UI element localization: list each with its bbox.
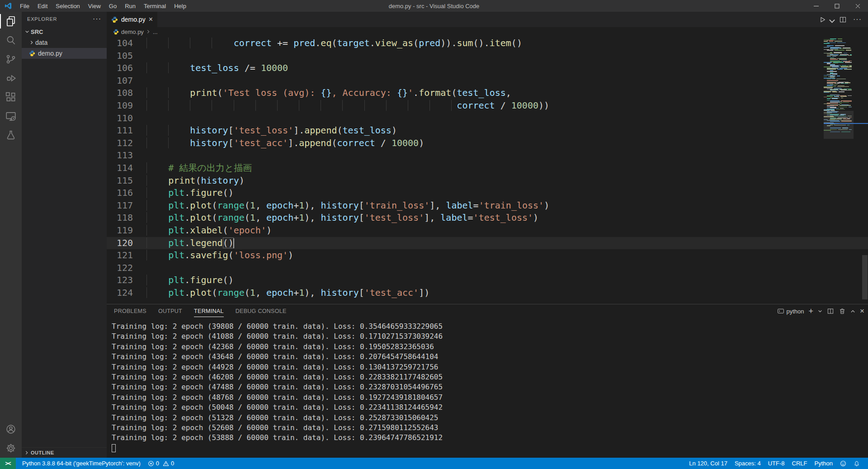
remote-indicator[interactable]: >< — [0, 458, 16, 469]
code-line-112[interactable]: 112 history['test_acc'].append(correct /… — [107, 137, 868, 150]
code-line-118[interactable]: 118 plt.plot(range(1, epoch+1), history[… — [107, 212, 868, 224]
activity-search-icon[interactable] — [0, 31, 22, 50]
shell-picker[interactable]: python — [777, 308, 804, 315]
split-editor-button[interactable] — [839, 16, 847, 24]
terminal-line: Training log: 2 epoch (51328 / 60000 tra… — [112, 413, 868, 423]
code-line-109[interactable]: 109 correct / 10000)) — [107, 99, 868, 112]
maximize-button[interactable] — [826, 0, 847, 12]
tab-demo-py[interactable]: demo.py × — [107, 12, 157, 27]
panel-tab-output[interactable]: OUTPUT — [158, 304, 182, 318]
breadcrumb-symbol[interactable]: ... — [153, 28, 158, 35]
menu-item-selection[interactable]: Selection — [52, 0, 84, 12]
code-line-113[interactable]: 113 — [107, 149, 868, 162]
run-python-file-button[interactable] — [819, 16, 826, 24]
notifications-bell-icon[interactable] — [850, 458, 863, 469]
code-line-110[interactable]: 110 — [107, 112, 868, 125]
outline-section[interactable]: OUTLINE — [22, 447, 107, 458]
status-spaces-4[interactable]: Spaces: 4 — [731, 458, 764, 469]
breadcrumb-file[interactable]: demo.py — [121, 28, 144, 35]
activity-remote-explorer-icon[interactable] — [0, 107, 22, 126]
editor-scrollbar[interactable] — [862, 36, 868, 304]
close-window-button[interactable] — [847, 0, 868, 12]
tab-strip: demo.py × ··· — [107, 12, 868, 27]
status-utf-8[interactable]: UTF-8 — [764, 458, 788, 469]
line-number: 124 — [107, 287, 146, 299]
code-line-106[interactable]: 106 test_loss /= 10000 — [107, 62, 868, 75]
code-line-107[interactable]: 107 — [107, 75, 868, 87]
menu-item-view[interactable]: View — [84, 0, 105, 12]
line-number: 122 — [107, 262, 146, 275]
menu-item-terminal[interactable]: Terminal — [140, 0, 170, 12]
code-line-119[interactable]: 119 plt.xlabel('epoch') — [107, 224, 868, 237]
python-interpreter-status[interactable]: Python 3.8.8 64-bit ('geekTimePytorch': … — [16, 458, 144, 469]
code-line-123[interactable]: 123 plt.figure() — [107, 274, 868, 287]
menu-item-edit[interactable]: Edit — [33, 0, 52, 12]
minimap[interactable] — [824, 36, 854, 304]
panel-tab-problems[interactable]: PROBLEMS — [114, 304, 146, 318]
code-line-115[interactable]: 115 print(history) — [107, 175, 868, 187]
line-number: 105 — [107, 50, 146, 62]
line-number: 118 — [107, 212, 146, 224]
menu-item-run[interactable]: Run — [121, 0, 140, 12]
new-terminal-button[interactable]: + — [809, 307, 814, 316]
minimap-slider[interactable] — [824, 111, 854, 139]
vscode-logo-icon — [4, 2, 12, 10]
sidebar-title: EXPLORER — [27, 16, 57, 22]
code-line-122[interactable]: 122 — [107, 262, 868, 275]
code-line-120[interactable]: 120 plt.legend() — [107, 237, 868, 250]
activity-settings-icon[interactable] — [0, 439, 22, 458]
close-panel-button[interactable]: × — [860, 307, 864, 316]
terminal-dropdown-chevron-icon[interactable] — [818, 309, 822, 313]
code-editor[interactable]: 104 correct += pred.eq(target.view_as(pr… — [107, 36, 868, 304]
menu-item-file[interactable]: File — [16, 0, 33, 12]
activity-source-control-icon[interactable] — [0, 50, 22, 69]
panel-tab-debug-console[interactable]: DEBUG CONSOLE — [236, 304, 287, 318]
split-terminal-button[interactable] — [827, 308, 834, 315]
terminal-output[interactable]: Training log: 2 epoch (39808 / 60000 tra… — [107, 318, 868, 458]
close-tab-icon[interactable]: × — [149, 16, 153, 23]
code-line-124[interactable]: 124 plt.plot(range(1, epoch+1), history[… — [107, 287, 868, 299]
folder-section-src[interactable]: SRC — [22, 26, 107, 37]
activity-extensions-icon[interactable] — [0, 88, 22, 107]
breadcrumb[interactable]: demo.py ... — [107, 27, 868, 36]
status-ln-120-col-17[interactable]: Ln 120, Col 17 — [685, 458, 731, 469]
line-number: 109 — [107, 99, 146, 112]
code-line-105[interactable]: 105 — [107, 50, 868, 62]
sidebar-actions-icon[interactable]: ··· — [93, 15, 101, 23]
line-number: 120 — [107, 237, 146, 250]
feedback-smiley-icon[interactable] — [836, 458, 850, 469]
panel-tab-terminal[interactable]: TERMINAL — [194, 304, 224, 318]
scrollbar-slider[interactable] — [862, 255, 868, 299]
error-icon — [148, 460, 154, 467]
code-line-111[interactable]: 111 history['test_loss'].append(test_los… — [107, 124, 868, 137]
code-line-114[interactable]: 114 # 結果の出力と描画 — [107, 162, 868, 175]
menu-item-go[interactable]: Go — [105, 0, 121, 12]
menu-item-help[interactable]: Help — [170, 0, 190, 12]
line-number: 117 — [107, 199, 146, 212]
line-number: 116 — [107, 187, 146, 199]
warning-icon — [163, 460, 169, 467]
activity-test-icon[interactable] — [0, 126, 22, 145]
kill-terminal-button[interactable] — [839, 308, 846, 315]
activity-explorer-icon[interactable] — [0, 12, 22, 31]
code-line-104[interactable]: 104 correct += pred.eq(target.view_as(pr… — [107, 37, 868, 50]
terminal-line: Training log: 2 epoch (52608 / 60000 tra… — [112, 423, 868, 433]
terminal-line: Training log: 2 epoch (46208 / 60000 tra… — [112, 372, 868, 382]
terminal-cursor — [112, 444, 116, 452]
tab-label: demo.py — [121, 16, 146, 23]
activity-run-debug-icon[interactable] — [0, 69, 22, 88]
run-dropdown-chevron-icon[interactable] — [828, 17, 833, 22]
code-line-116[interactable]: 116 plt.figure() — [107, 187, 868, 199]
code-line-117[interactable]: 117 plt.plot(range(1, epoch+1), history[… — [107, 199, 868, 212]
more-actions-icon[interactable]: ··· — [853, 15, 862, 24]
code-line-121[interactable]: 121 plt.savefig('loss.png') — [107, 249, 868, 262]
maximize-panel-button[interactable] — [850, 309, 855, 314]
file-item-data[interactable]: data — [22, 37, 107, 48]
file-item-demo-py[interactable]: demo.py — [22, 48, 107, 59]
minimize-button[interactable] — [806, 0, 826, 12]
code-line-108[interactable]: 108 print('Test loss (avg): {}, Accuracy… — [107, 87, 868, 99]
activity-account-icon[interactable] — [0, 420, 22, 439]
problems-status[interactable]: 0 0 — [144, 458, 178, 469]
status-crlf[interactable]: CRLF — [788, 458, 811, 469]
status-python[interactable]: Python — [811, 458, 836, 469]
